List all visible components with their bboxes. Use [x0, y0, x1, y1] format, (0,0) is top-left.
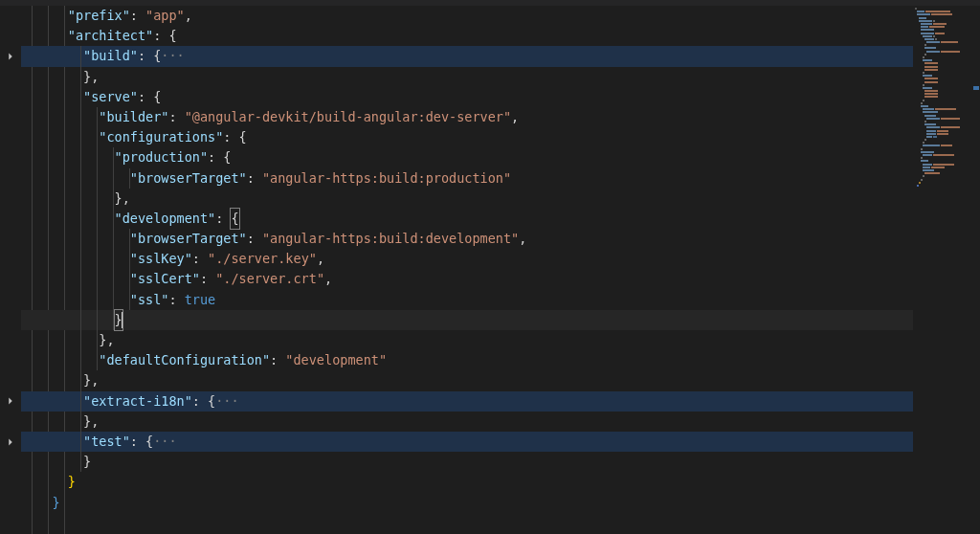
- overview-ruler[interactable]: [972, 6, 980, 534]
- fold-chevron-icon[interactable]: [4, 50, 17, 63]
- code-line[interactable]: "sslKey": "./server.key",: [21, 249, 913, 269]
- code-line[interactable]: },: [21, 370, 913, 390]
- overview-mark: [973, 86, 979, 90]
- code-line[interactable]: },: [21, 412, 913, 432]
- code-line[interactable]: "prefix": "app",: [21, 6, 913, 26]
- code-line[interactable]: },: [21, 189, 913, 209]
- text-cursor: [122, 312, 122, 328]
- code-line[interactable]: }: [21, 452, 913, 472]
- code-line[interactable]: "test": {···: [21, 432, 913, 452]
- code-line[interactable]: "sslCert": "./server.crt",: [21, 269, 913, 289]
- code-area[interactable]: "prefix": "app", "architect": { "build":…: [21, 6, 913, 534]
- code-line-current[interactable]: }: [21, 310, 913, 330]
- code-line[interactable]: "builder": "@angular-devkit/build-angula…: [21, 107, 913, 127]
- minimap[interactable]: [913, 6, 980, 534]
- code-line[interactable]: "build": {···: [21, 46, 913, 66]
- code-line[interactable]: },: [21, 330, 913, 350]
- code-line[interactable]: "ssl": true: [21, 290, 913, 310]
- fold-chevron-icon[interactable]: [4, 435, 17, 449]
- editor: "prefix": "app", "architect": { "build":…: [0, 6, 980, 534]
- code-line[interactable]: }: [21, 472, 913, 492]
- code-line[interactable]: "browserTarget": "angular-https:build:de…: [21, 229, 913, 249]
- code-line[interactable]: "configurations": {: [21, 127, 913, 147]
- code-line[interactable]: "serve": {: [21, 87, 913, 107]
- code-line[interactable]: },: [21, 67, 913, 87]
- code-line[interactable]: "extract-i18n": {···: [21, 391, 913, 412]
- code-line[interactable]: "development": {: [21, 209, 913, 229]
- code-line[interactable]: }: [21, 493, 913, 513]
- code-line[interactable]: "defaultConfiguration": "development": [21, 350, 913, 370]
- code-line[interactable]: "architect": {: [21, 26, 913, 46]
- gutter: [0, 6, 21, 534]
- code-line[interactable]: "production": {: [21, 147, 913, 167]
- fold-chevron-icon[interactable]: [4, 394, 17, 408]
- code-line[interactable]: "browserTarget": "angular-https:build:pr…: [21, 168, 913, 189]
